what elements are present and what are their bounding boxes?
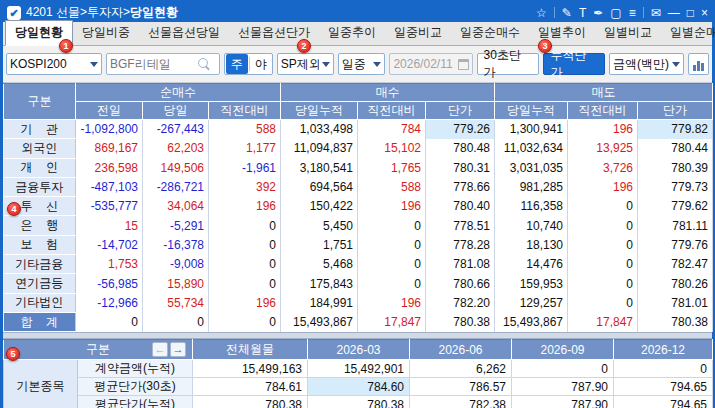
tab-일중비교[interactable]: 일중비교	[385, 21, 451, 45]
table-row[interactable]: 기 관-1,092,800-267,4435881,033,498784779.…	[4, 120, 713, 139]
symbol-search-input[interactable]	[110, 57, 198, 71]
col-header: 단가	[638, 102, 713, 120]
table-cell: 0	[568, 274, 638, 293]
table-cell: 780.66	[426, 274, 495, 293]
table-cell: 3,726	[568, 158, 638, 177]
table-cell: 184,991	[281, 293, 358, 312]
app-check-icon: ✔	[7, 6, 21, 20]
table-row[interactable]: 평균단가(누적)780.38780.38782.38787.90794.65	[4, 396, 713, 408]
table-cell: 15,493,867	[281, 312, 358, 331]
divider	[643, 7, 644, 18]
table-cell: 0	[512, 360, 614, 378]
window: ✔ 4201 선물>투자자>당일현황 ☆✎T✒▢≡✉—□× 당일현황당일비중선물…	[0, 0, 715, 408]
table-cell: 0	[209, 216, 281, 235]
table-cell: 149,506	[143, 158, 209, 177]
table-cell: 0	[209, 312, 281, 331]
splitter[interactable]	[3, 332, 712, 339]
table-cell: 780.38	[638, 312, 713, 331]
minimize-button[interactable]: —	[668, 6, 680, 20]
table-cell: 55,734	[143, 293, 209, 312]
maximize-button[interactable]: □	[687, 6, 694, 20]
pen-x-icon[interactable]: ✎	[562, 6, 572, 20]
col-header-month: 2026-12	[614, 340, 713, 360]
quill-icon[interactable]: ✒	[593, 6, 603, 20]
table-cell: 1,177	[209, 139, 281, 158]
table-cell: 5,468	[281, 255, 358, 274]
table-cell: 14,476	[495, 255, 568, 274]
tab-일중순매수[interactable]: 일중순매수	[451, 21, 529, 45]
date-field[interactable]: 2026/02/11	[389, 53, 472, 75]
table-cell: 794.65	[614, 378, 713, 396]
text-tool-icon[interactable]: T	[579, 6, 586, 20]
window-title: 4201 선물>투자자>당일현황	[26, 4, 178, 21]
investor-table: 구분 순매수 매수 매도 전일 당일 직전대비 당일누적 직전대비 단가 당일누…	[3, 83, 713, 332]
table-row[interactable]: 은 행15-5,29105,4500778.5110,7400781.11	[4, 216, 713, 235]
scroll-left-button[interactable]: ←	[152, 342, 168, 357]
table-row[interactable]: 기본종목계약금액(누적)15,499,16315,492,9016,26200	[4, 360, 713, 378]
table-cell: 1,300,941	[495, 120, 568, 139]
table-cell: 3,180,541	[281, 158, 358, 177]
table-cell: 779.26	[426, 120, 495, 139]
table-row[interactable]: 투 신-535,77734,064196150,422196780.40116,…	[4, 197, 713, 216]
favorite-star-icon[interactable]: ☆	[536, 6, 547, 20]
day-button[interactable]: 주	[226, 54, 248, 74]
table-row[interactable]: 평균단가(30초)784.61784.60786.57787.90794.65	[4, 378, 713, 396]
table-row[interactable]: 금융투자-487,103-286,721392694,564588778.669…	[4, 177, 713, 196]
table-cell: -12,966	[76, 293, 143, 312]
table-cell: 0	[568, 197, 638, 216]
table-cell: 18,130	[495, 235, 568, 254]
table-row[interactable]: 외국인869,16762,2031,17711,094,83715,102780…	[4, 139, 713, 158]
chat-icon[interactable]: ✉	[651, 6, 661, 20]
table-cell: 13,925	[568, 139, 638, 158]
market-select-value: KOSPI200	[10, 57, 87, 71]
col-header: 당일누적	[495, 102, 568, 120]
table-cell: -1,092,800	[76, 120, 143, 139]
unit30-button[interactable]: 30초단가	[477, 53, 540, 75]
cumulative-button[interactable]: 누적단가	[543, 53, 604, 75]
table-cell: 1,033,498	[281, 120, 358, 139]
amount-unit-select[interactable]: 금액(백만)	[609, 53, 684, 75]
table-cell: 196	[568, 120, 638, 139]
col-header: 전일	[76, 102, 143, 120]
capture-icon[interactable]: ▢	[610, 6, 621, 20]
search-icon[interactable]	[198, 58, 211, 71]
table-cell: 236,598	[76, 158, 143, 177]
table-cell: 0	[358, 255, 426, 274]
table-cell: 782.38	[410, 396, 512, 408]
col-header-month: 2026-06	[410, 340, 512, 360]
table-cell: 780.31	[426, 158, 495, 177]
table-cell: 1,765	[358, 158, 426, 177]
tab-선물옵션당일[interactable]: 선물옵션당일	[139, 21, 229, 45]
table-cell: 15,499,163	[193, 360, 308, 378]
table-cell: 780.26	[638, 274, 713, 293]
scroll-right-button[interactable]: →	[170, 342, 186, 357]
title-path: 선물>투자자>	[56, 5, 130, 19]
table-row[interactable]: 보 험-14,702-16,37801,7510778.2818,1300779…	[4, 235, 713, 254]
table-row[interactable]: 기타금융1,753-9,00805,4680781.0814,4760782.4…	[4, 255, 713, 274]
table-cell: 196	[568, 177, 638, 196]
table-row[interactable]: 개 인236,598149,506-1,9613,180,5411,765780…	[4, 158, 713, 177]
tab-일중추이[interactable]: 일중추이	[319, 21, 385, 45]
header-sell: 매도	[495, 84, 713, 102]
tab-일별순매[interactable]: 일별순매	[661, 21, 715, 45]
table-cell: 11,094,837	[281, 139, 358, 158]
tab-일별비교[interactable]: 일별비교	[595, 21, 661, 45]
sp-filter-value: SP제외	[281, 56, 319, 73]
monthly-table: 구분 ← → 전체월물 2026-03 2026-06 2026-09 2026…	[3, 339, 713, 408]
sp-filter-select[interactable]: SP제외	[277, 53, 334, 75]
table-cell: -267,443	[143, 120, 209, 139]
table-row[interactable]: 연기금등-56,98515,8900175,8430780.66159,9530…	[4, 274, 713, 293]
list-icon[interactable]: ≡	[629, 6, 636, 20]
table-row[interactable]: 합 계00015,493,86717,847780.3815,493,86717…	[4, 312, 713, 331]
table-cell: -535,777	[76, 197, 143, 216]
table-row[interactable]: 기타법인-12,96655,734196184,991196782.20129,…	[4, 293, 713, 312]
market-select[interactable]: KOSPI200	[6, 53, 102, 75]
table-cell: 0	[76, 312, 143, 331]
period-select[interactable]: 일중	[338, 53, 386, 75]
close-button[interactable]: ×	[701, 6, 708, 20]
col-header: 직전대비	[358, 102, 426, 120]
chart-button[interactable]	[688, 53, 709, 75]
tab-당일비중[interactable]: 당일비중	[73, 21, 139, 45]
table-cell: 150,422	[281, 197, 358, 216]
night-button[interactable]: 야	[250, 54, 272, 74]
